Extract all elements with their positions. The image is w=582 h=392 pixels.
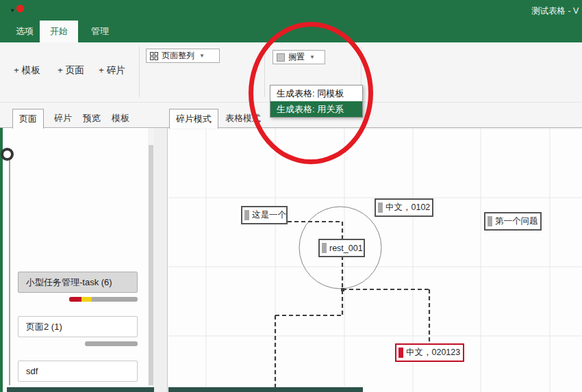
app-window: ▾ 测试表格 - V 选项 开始 管理 + 模板 + 页面 + 碎片 页面整列 … [0, 0, 582, 392]
menu-item-same-template[interactable]: 生成表格: 同模板 [270, 86, 362, 101]
canvas-horizontal-scrollbar-thumb[interactable] [168, 387, 363, 392]
add-fragment-button[interactable]: + 碎片 [96, 60, 128, 81]
ribbon-tab-home[interactable]: 开始 [40, 21, 78, 42]
panel-splitter[interactable] [154, 128, 168, 392]
panel-vertical-scrollbar[interactable] [148, 128, 154, 392]
panel-scrollbar-thumb[interactable] [149, 145, 153, 385]
panel-tab-fragments[interactable]: 碎片 [48, 109, 78, 127]
diagram-node[interactable]: 这是一个 [241, 206, 288, 224]
progress-bar [85, 341, 138, 346]
shelve-button[interactable]: 搁置 ▼ [273, 50, 325, 64]
shelve-caret-icon: ▼ [309, 54, 315, 60]
toolbar-divider [139, 47, 140, 97]
progress-bar [69, 297, 138, 302]
node-label: 第一个问题 [495, 215, 538, 227]
quick-access-caret-icon[interactable]: ▾ [11, 7, 14, 14]
app-logo-icon [16, 5, 24, 12]
shelve-icon [277, 53, 285, 62]
page-arrange-label: 页面整列 [162, 50, 194, 62]
node-handle-icon [244, 210, 249, 220]
diagram-node[interactable]: rest_001 [318, 239, 365, 257]
diagram-node[interactable]: 中文，020123 [395, 343, 464, 362]
node-handle-icon [398, 348, 403, 358]
add-page-button[interactable]: + 页面 [55, 60, 87, 81]
node-handle-icon [378, 202, 383, 213]
page-list: 小型任务管理-task (6)页面2 (1)sdfeeeee (3)sdf (1… [3, 128, 148, 392]
diagram-node[interactable]: 中文，0102 [375, 198, 433, 217]
ribbon-tab-bar: 选项 开始 管理 [0, 21, 582, 42]
generate-table-dropdown-menu: 生成表格: 同模板 生成表格: 用关系 [270, 85, 363, 118]
window-title: 测试表格 - V [531, 5, 579, 17]
node-label: 中文，020123 [406, 347, 460, 358]
node-label: 这是一个 [252, 209, 286, 221]
current-page-marker[interactable] [1, 148, 14, 161]
page-arrange-button[interactable]: 页面整列 ▼ [146, 49, 220, 63]
content-area: 小型任务管理-task (6)页面2 (1)sdfeeeee (3)sdf (1… [0, 128, 582, 392]
ribbon-tab-manage[interactable]: 管理 [81, 21, 119, 42]
panel-tab-templates[interactable]: 模板 [105, 109, 136, 127]
node-handle-icon [322, 243, 327, 253]
diagram-node[interactable]: 第一个问题 [484, 212, 542, 231]
add-template-button[interactable]: + 模板 [11, 60, 43, 81]
canvas-tab-table-mode[interactable]: 表格模式 [219, 109, 267, 127]
node-label: 中文，0102 [385, 202, 430, 213]
title-bar: ▾ 测试表格 - V [0, 0, 582, 21]
page-list-item[interactable]: sdf [18, 361, 138, 382]
canvas-tab-fragment-mode[interactable]: 碎片模式 [169, 109, 218, 129]
node-label: rest_001 [329, 244, 363, 253]
toolbar-divider [264, 47, 265, 97]
page-arrange-icon [150, 52, 158, 60]
shelve-label: 搁置 [288, 51, 305, 63]
page-list-item[interactable]: 页面2 (1) [18, 316, 138, 337]
panel-tab-pages[interactable]: 页面 [12, 109, 44, 129]
panel-tab-preview[interactable]: 预览 [77, 109, 107, 127]
diagram-lines-layer [168, 128, 582, 392]
page-tree-line [9, 159, 10, 385]
ribbon-tab-options[interactable]: 选项 [5, 21, 44, 42]
menu-item-by-relation[interactable]: 生成表格: 用关系 [270, 101, 362, 117]
diagram-canvas[interactable]: 这是一个中文，0102第一个问题rest_001中文，020123 [168, 128, 582, 392]
panel-horizontal-scrollbar-thumb[interactable] [7, 387, 154, 392]
node-handle-icon [488, 216, 492, 226]
page-arrange-caret-icon: ▼ [199, 53, 205, 59]
page-list-item[interactable]: 小型任务管理-task (6) [18, 272, 138, 293]
